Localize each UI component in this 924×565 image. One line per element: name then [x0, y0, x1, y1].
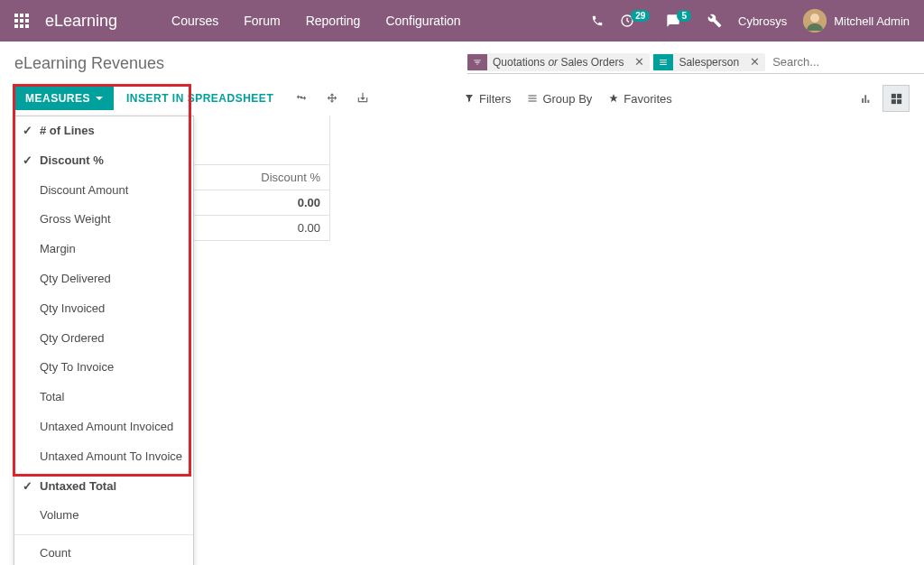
svg-rect-6	[14, 24, 18, 28]
measure-item[interactable]: Volume	[14, 501, 193, 531]
svg-rect-2	[25, 14, 29, 17]
facet-group-close[interactable]: ✕	[744, 55, 765, 69]
page-title: eLearning Revenues	[14, 54, 457, 73]
top-nav: eLearning Courses Forum Reporting Config…	[0, 0, 924, 42]
groupby-button[interactable]: Group By	[527, 92, 592, 106]
facet-group: Salesperson ✕	[653, 53, 765, 71]
facet-filter-label: Quotations or Sales Orders	[487, 53, 629, 71]
pivot-view-button[interactable]	[882, 85, 910, 112]
apps-icon[interactable]	[14, 14, 29, 28]
nav-right: 29 5 Cybrosys Mitchell Admin	[591, 9, 910, 32]
svg-rect-4	[20, 19, 23, 23]
nav-courses[interactable]: Courses	[161, 8, 229, 33]
measures-button[interactable]: MEASURES	[14, 87, 114, 110]
search-input[interactable]	[769, 52, 924, 71]
nav-configuration[interactable]: Configuration	[374, 8, 471, 33]
svg-rect-0	[14, 14, 18, 17]
facet-filter: Quotations or Sales Orders ✕	[467, 53, 650, 71]
measures-dropdown: # of LinesDiscount %Discount AmountGross…	[14, 116, 194, 565]
avatar	[803, 9, 827, 32]
user-menu[interactable]: Mitchell Admin	[803, 9, 910, 32]
measure-item[interactable]: Discount Amount	[14, 176, 193, 206]
favorites-button[interactable]: Favorites	[608, 92, 671, 106]
filters-button[interactable]: Filters	[464, 92, 511, 106]
measure-item[interactable]: Untaxed Amount Invoiced	[14, 412, 193, 442]
measure-item[interactable]: Qty Invoiced	[14, 294, 193, 324]
insert-spreadsheet-button[interactable]: INSERT IN SPREADSHEET	[114, 87, 286, 110]
svg-rect-14	[891, 93, 895, 97]
svg-rect-15	[897, 93, 901, 97]
user-name: Mitchell Admin	[834, 14, 910, 28]
pivot-header-discount[interactable]: Discount %	[192, 164, 329, 190]
pivot-cell: 0.00	[192, 190, 329, 215]
search-bar: Quotations or Sales Orders ✕ Salesperson…	[467, 52, 924, 74]
download-icon[interactable]	[347, 86, 378, 112]
measure-item[interactable]: Qty Delivered	[14, 264, 193, 294]
caret-down-icon	[96, 97, 103, 100]
activity-badge: 29	[631, 10, 650, 22]
measure-item[interactable]: Qty Ordered	[14, 324, 193, 354]
brand[interactable]: eLearning	[45, 12, 117, 31]
graph-view-button[interactable]	[852, 85, 879, 112]
svg-rect-17	[897, 99, 901, 104]
svg-point-11	[810, 14, 819, 23]
nav-reporting[interactable]: Reporting	[295, 8, 372, 33]
expand-icon[interactable]	[317, 86, 347, 112]
group-icon	[653, 54, 673, 70]
measure-item[interactable]: Gross Weight	[14, 205, 193, 235]
pivot-cell: 0.00	[192, 215, 329, 240]
svg-rect-16	[891, 99, 895, 104]
facet-filter-close[interactable]: ✕	[629, 55, 650, 69]
activity-icon[interactable]: 29	[620, 14, 650, 28]
control-panel: eLearning Revenues Quotations or Sales O…	[0, 42, 924, 112]
measure-item[interactable]: Untaxed Amount To Invoice	[14, 442, 193, 472]
measure-item[interactable]: Qty To Invoice	[14, 353, 193, 383]
nav-forum[interactable]: Forum	[233, 8, 291, 33]
svg-rect-8	[25, 24, 29, 28]
svg-rect-1	[20, 14, 23, 17]
measure-item[interactable]: # of Lines	[14, 116, 193, 146]
svg-rect-3	[14, 19, 18, 23]
measure-item[interactable]: Margin	[14, 235, 193, 264]
measure-item[interactable]: Discount %	[14, 146, 193, 176]
facet-group-label: Salesperson	[673, 53, 744, 71]
measure-item[interactable]: Untaxed Total	[14, 472, 193, 502]
filter-icon	[467, 54, 487, 70]
svg-rect-5	[25, 19, 29, 23]
chat-badge: 5	[677, 10, 691, 22]
tools-icon[interactable]	[707, 14, 722, 28]
company-name[interactable]: Cybrosys	[738, 14, 787, 28]
flip-axis-icon[interactable]	[286, 86, 317, 112]
measure-item[interactable]: Total	[14, 383, 193, 412]
chat-icon[interactable]: 5	[666, 14, 691, 28]
nav-items: Courses Forum Reporting Configuration	[161, 8, 472, 33]
measure-count[interactable]: Count	[14, 539, 193, 565]
phone-icon[interactable]	[591, 14, 604, 27]
svg-rect-7	[20, 24, 23, 28]
